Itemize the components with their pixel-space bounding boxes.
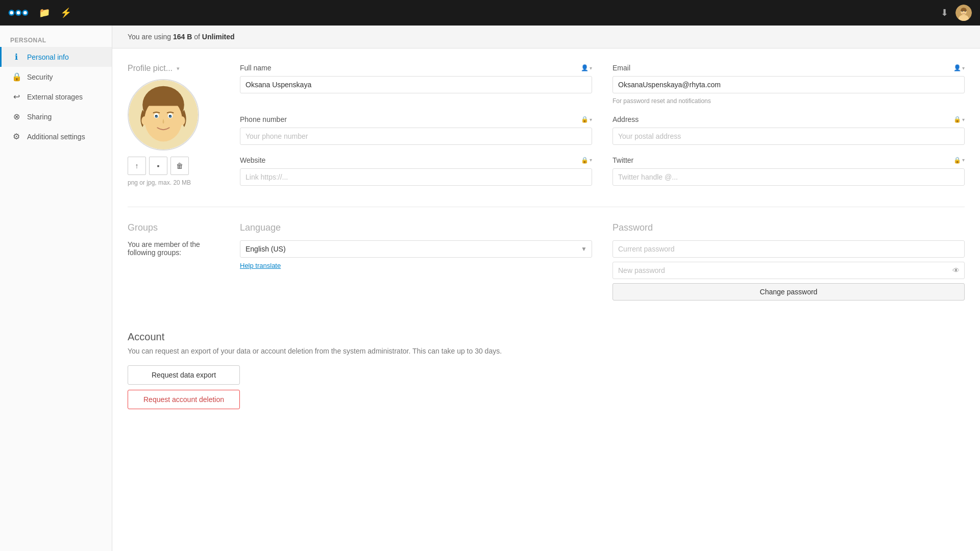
language-column: Language English (US) English (UK) Deuts… xyxy=(240,222,592,300)
svg-point-16 xyxy=(155,115,158,118)
website-input[interactable] xyxy=(240,168,592,186)
address-field-group: Address 🔒 ▾ xyxy=(612,115,965,145)
website-controls: 🔒 ▾ xyxy=(581,157,592,164)
sidebar-item-label: Sharing xyxy=(27,113,52,121)
sidebar-item-security[interactable]: 🔒 Security xyxy=(0,67,112,87)
request-data-export-button[interactable]: Request data export xyxy=(128,365,240,385)
email-chevron-icon[interactable]: ▾ xyxy=(962,65,965,71)
twitter-lock-icon[interactable]: 🔒 xyxy=(953,157,961,164)
email-hint: For password reset and notifications xyxy=(612,97,965,105)
show-password-icon[interactable]: 👁 xyxy=(952,266,960,274)
full-name-field-group: Full name 👤 ▾ xyxy=(240,64,592,105)
website-lock-icon[interactable]: 🔒 xyxy=(581,157,589,164)
twitter-input[interactable] xyxy=(612,168,965,186)
email-controls: 👤 ▾ xyxy=(953,64,965,71)
svg-point-5 xyxy=(23,11,27,15)
password-column: Password 👁 Change password xyxy=(612,222,965,300)
address-controls: 🔒 ▾ xyxy=(953,116,965,123)
svg-point-10 xyxy=(965,11,966,12)
profile-avatar[interactable] xyxy=(128,79,199,151)
password-title: Password xyxy=(612,222,965,233)
storage-banner: You are using 164 B of Unlimited xyxy=(112,26,980,48)
website-field-group: Website 🔒 ▾ xyxy=(240,156,592,186)
full-name-label: Full name 👤 ▾ xyxy=(240,64,592,72)
full-name-chevron-icon[interactable]: ▾ xyxy=(590,65,592,71)
phone-input[interactable] xyxy=(240,128,592,145)
request-account-deletion-button[interactable]: Request account deletion xyxy=(128,390,240,409)
topbar-right: ⬇ xyxy=(941,5,972,21)
topbar: 📁 ⚡ ⬇ xyxy=(0,0,980,26)
user-avatar[interactable] xyxy=(955,5,972,21)
address-label: Address 🔒 ▾ xyxy=(612,115,965,123)
svg-point-19 xyxy=(169,115,170,116)
profile-actions: ↑ ▪ 🗑 xyxy=(128,157,219,175)
sidebar-item-label: Security xyxy=(27,73,53,81)
account-description: You can request an export of your data o… xyxy=(128,347,965,355)
download-icon[interactable]: ⬇ xyxy=(941,7,948,18)
svg-point-21 xyxy=(179,116,185,125)
twitter-controls: 🔒 ▾ xyxy=(953,157,965,164)
current-password-input[interactable] xyxy=(612,240,965,258)
choose-from-files-button[interactable]: ▪ xyxy=(149,157,167,175)
twitter-field-group: Twitter 🔒 ▾ xyxy=(612,156,965,186)
section-divider xyxy=(128,207,965,207)
phone-chevron-icon[interactable]: ▾ xyxy=(590,117,592,122)
svg-point-18 xyxy=(155,115,156,116)
sidebar-section-personal: Personal xyxy=(0,31,112,47)
svg-point-17 xyxy=(169,115,172,118)
activity-icon[interactable]: ⚡ xyxy=(60,7,71,18)
profile-section: Profile pict... ▾ xyxy=(128,64,965,186)
new-password-wrapper: 👁 xyxy=(612,262,965,279)
svg-point-4 xyxy=(17,11,20,15)
language-title: Language xyxy=(240,222,592,233)
lock-icon: 🔒 xyxy=(12,72,21,82)
full-name-input[interactable] xyxy=(240,76,592,93)
email-input[interactable] xyxy=(612,76,965,93)
account-title: Account xyxy=(128,331,965,343)
website-chevron-icon[interactable]: ▾ xyxy=(590,157,592,163)
language-select[interactable]: English (US) English (UK) Deutsch França… xyxy=(240,240,592,258)
sidebar-item-label: Personal info xyxy=(27,53,69,61)
phone-field-group: Phone number 🔒 ▾ xyxy=(240,115,592,145)
sidebar-item-sharing[interactable]: ⊗ Sharing xyxy=(0,107,112,127)
svg-point-20 xyxy=(141,116,148,125)
sidebar-item-personal-info[interactable]: ℹ Personal info xyxy=(0,47,112,67)
twitter-label: Twitter 🔒 ▾ xyxy=(612,156,965,164)
profile-pic-dropdown-icon[interactable]: ▾ xyxy=(177,65,180,72)
sidebar-item-external-storages[interactable]: ↩ External storages xyxy=(0,87,112,107)
account-buttons: Request data export Request account dele… xyxy=(128,365,240,409)
app-logo[interactable] xyxy=(8,6,29,20)
bottom-section: Groups You are member of the following g… xyxy=(128,222,965,300)
profile-picture-col: Profile pict... ▾ xyxy=(128,64,219,186)
main-content: You are using 164 B of Unlimited Profile… xyxy=(112,26,980,551)
sidebar-item-additional-settings[interactable]: ⚙ Additional settings xyxy=(0,127,112,146)
email-field-group: Email 👤 ▾ For password reset and notific… xyxy=(612,64,965,105)
email-person-icon[interactable]: 👤 xyxy=(953,64,961,71)
phone-lock-icon[interactable]: 🔒 xyxy=(581,116,589,123)
sidebar-item-label: External storages xyxy=(27,93,83,101)
website-label: Website 🔒 ▾ xyxy=(240,156,592,164)
info-icon: ℹ xyxy=(12,52,21,62)
address-chevron-icon[interactable]: ▾ xyxy=(962,117,965,122)
share-icon: ⊗ xyxy=(12,112,21,121)
twitter-chevron-icon[interactable]: ▾ xyxy=(962,157,965,163)
sidebar: Personal ℹ Personal info 🔒 Security ↩ Ex… xyxy=(0,26,112,551)
profile-upload-hint: png or jpg, max. 20 MB xyxy=(128,179,219,186)
full-name-person-icon[interactable]: 👤 xyxy=(581,64,589,71)
address-input[interactable] xyxy=(612,128,965,145)
files-icon[interactable]: 📁 xyxy=(39,7,50,18)
delete-photo-button[interactable]: 🗑 xyxy=(170,157,189,175)
svg-point-3 xyxy=(10,11,13,15)
help-translate-link[interactable]: Help translate xyxy=(240,262,592,269)
email-label: Email 👤 ▾ xyxy=(612,64,965,72)
groups-column: Groups You are member of the following g… xyxy=(128,222,219,300)
profile-pic-label: Profile pict... ▾ xyxy=(128,64,219,73)
groups-text: You are member of the following groups: xyxy=(128,240,219,257)
fields-grid: Full name 👤 ▾ Email xyxy=(240,64,965,186)
new-password-input[interactable] xyxy=(612,262,965,279)
address-lock-icon[interactable]: 🔒 xyxy=(953,116,961,123)
change-password-button[interactable]: Change password xyxy=(612,283,965,300)
app-layout: Personal ℹ Personal info 🔒 Security ↩ Ex… xyxy=(0,26,980,551)
password-section: 👁 Change password xyxy=(612,240,965,300)
upload-photo-button[interactable]: ↑ xyxy=(128,157,146,175)
